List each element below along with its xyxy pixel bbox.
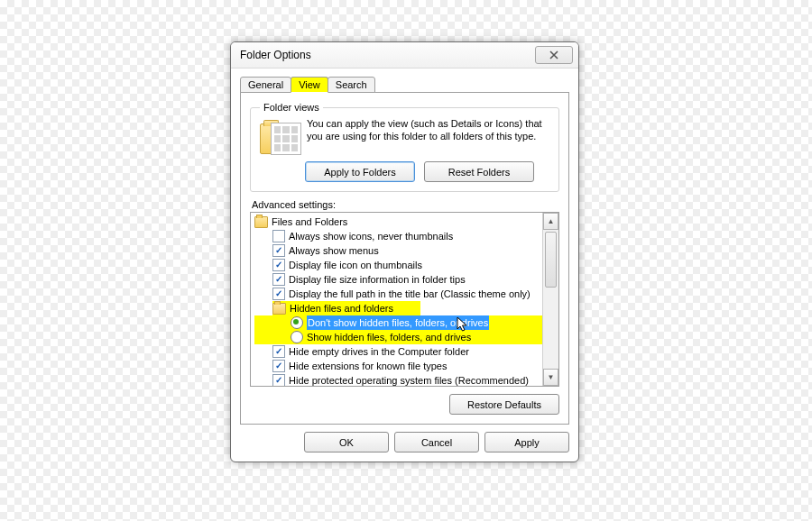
checkbox-icon[interactable]: ✓ [272, 244, 285, 257]
tree-item[interactable]: ✓ Display the full path in the title bar… [254, 287, 542, 301]
folder-views-group: Folder views You can apply the view (suc… [250, 102, 559, 192]
tab-view[interactable]: View [291, 77, 328, 93]
ok-button[interactable]: OK [304, 432, 389, 452]
tree-group-hidden[interactable]: Hidden files and folders [254, 301, 542, 315]
apply-to-folders-button[interactable]: Apply to Folders [305, 161, 415, 182]
tab-body-view: Folder views You can apply the view (suc… [240, 92, 569, 425]
tree-item[interactable]: ✓ Always show icons, never thumbnails [254, 229, 542, 243]
scroll-thumb[interactable] [545, 232, 557, 288]
dialog-button-row: OK Cancel Apply [231, 432, 578, 452]
tree-radio-dont-show-hidden[interactable]: Don't show hidden files, folders, or dri… [254, 315, 542, 330]
folder-options-dialog: Folder Options General View Search Folde… [230, 41, 579, 462]
checkbox-icon[interactable]: ✓ [272, 230, 285, 242]
tree-scrollbar[interactable]: ▲ ▼ [542, 213, 558, 386]
tree-item[interactable]: ✓ Hide empty drives in the Computer fold… [254, 344, 542, 359]
close-button[interactable] [535, 46, 573, 64]
window-title: Folder Options [240, 49, 535, 61]
apply-button[interactable]: Apply [484, 432, 569, 452]
tree-root-files-folders[interactable]: Files and Folders [254, 215, 542, 229]
checkbox-icon[interactable]: ✓ [272, 360, 285, 372]
tab-strip: General View Search [240, 77, 569, 93]
checkbox-icon[interactable]: ✓ [272, 259, 285, 271]
tree-item[interactable]: ✓ Hide protected operating system files … [254, 373, 542, 386]
cancel-button[interactable]: Cancel [394, 432, 479, 452]
restore-defaults-button[interactable]: Restore Defaults [449, 394, 559, 415]
scroll-up-button[interactable]: ▲ [543, 213, 558, 230]
tree-item[interactable]: ✓ Display file icon on thumbnails [254, 258, 542, 272]
folder-views-description: You can apply the view (such as Details … [307, 118, 549, 156]
tree-item[interactable]: ✓ Hide extensions for known file types [254, 359, 542, 373]
folder-icon [272, 303, 286, 315]
folder-views-legend: Folder views [260, 102, 323, 113]
folder-icon [254, 216, 268, 228]
tree-item[interactable]: ✓ Always show menus [254, 243, 542, 258]
titlebar: Folder Options [231, 42, 578, 69]
folder-views-icon [260, 118, 298, 156]
reset-folders-button[interactable]: Reset Folders [424, 161, 534, 182]
tree-radio-show-hidden[interactable]: Show hidden files, folders, and drives [254, 330, 542, 344]
checkbox-icon[interactable]: ✓ [272, 345, 285, 358]
tree-item[interactable]: ✓ Display file size information in folde… [254, 272, 542, 287]
radio-icon[interactable] [291, 331, 303, 343]
checkbox-icon[interactable]: ✓ [272, 288, 285, 300]
checkbox-icon[interactable]: ✓ [272, 273, 285, 286]
checkbox-icon[interactable]: ✓ [272, 374, 285, 386]
advanced-settings-tree: Files and Folders ✓ Always show icons, n… [250, 212, 559, 387]
tab-search[interactable]: Search [328, 77, 375, 93]
scroll-track[interactable] [543, 289, 558, 369]
tree-item-label-selected: Don't show hidden files, folders, or dri… [307, 315, 489, 330]
advanced-settings-label: Advanced settings: [252, 199, 559, 210]
radio-icon[interactable] [291, 316, 303, 329]
tab-general[interactable]: General [240, 77, 291, 93]
scroll-down-button[interactable]: ▼ [543, 369, 558, 386]
close-icon [549, 50, 559, 59]
